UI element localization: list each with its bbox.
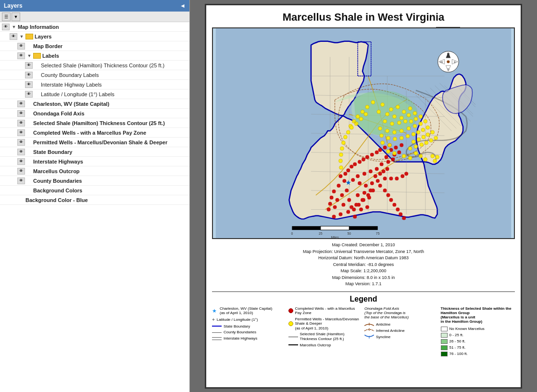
layer-label: Interstate Highway Labels xyxy=(41,82,102,88)
syncline-symbol xyxy=(364,335,374,340)
layer-selected-shale-hamilton[interactable]: 👁 Selected Shale (Hamilton) Thickness Co… xyxy=(0,61,189,70)
svg-point-109 xyxy=(390,122,394,126)
eye-icon[interactable]: 👁 xyxy=(17,101,25,107)
toolbar-btn-1[interactable]: ☰ xyxy=(2,13,11,21)
eye-icon[interactable]: 👁 xyxy=(10,33,17,40)
inferred-anticline-symbol xyxy=(364,328,374,333)
svg-point-162 xyxy=(359,117,363,121)
marcellus-outcrop-symbol xyxy=(288,344,298,345)
svg-point-131 xyxy=(426,126,430,129)
map-scale: Map Scale: 1:2,200,000 xyxy=(212,268,515,275)
svg-point-145 xyxy=(429,139,433,142)
layer-state-boundary[interactable]: 👁 State Boundary xyxy=(0,147,189,157)
layer-background-colors[interactable]: Background Colors xyxy=(0,186,189,195)
legend-title: Legend xyxy=(212,295,515,303)
legend-76-100-label: 76 - 100 ft. xyxy=(450,352,468,356)
svg-point-78 xyxy=(327,208,331,212)
expand-icon[interactable]: ▼ xyxy=(11,24,17,30)
expand-icon[interactable]: ▼ xyxy=(26,53,32,59)
legend-inferred-anticline-label: Inferred Anticline xyxy=(376,329,405,333)
layer-labels-group[interactable]: 👁 ▼ Labels xyxy=(0,51,189,61)
svg-rect-183 xyxy=(292,226,320,230)
legend-item-latlon: + Latitude / Longitude (1°) xyxy=(212,317,287,323)
thickness-0-25-box xyxy=(441,333,448,338)
svg-point-19 xyxy=(338,174,342,178)
layer-label: Labels xyxy=(42,53,59,59)
eye-icon[interactable]: 👁 xyxy=(25,81,33,88)
layer-map-information[interactable]: 👁 ▼ Map Information xyxy=(0,22,189,32)
layer-label: State Boundary xyxy=(33,149,72,155)
layer-onondaga[interactable]: 👁 Onondaga Fold Axis xyxy=(0,109,189,118)
layer-label: Background Color - Blue xyxy=(25,197,88,203)
layer-county-boundaries[interactable]: 👁 County Boundaries xyxy=(0,176,189,186)
svg-point-74 xyxy=(343,172,347,176)
eye-icon[interactable]: 👁 xyxy=(17,129,25,136)
eye-icon[interactable]: 👁 xyxy=(17,168,25,175)
eye-icon[interactable]: 👁 xyxy=(2,24,10,30)
svg-point-49 xyxy=(374,174,377,178)
legend-item-charleston: ★ Charleston, WV (State Capital)(as of A… xyxy=(212,306,287,316)
layer-permitted-wells[interactable]: 👁 Permitted Wells - Marcellus/Devonian S… xyxy=(0,138,189,147)
layer-label: Selected Shale (Hamilton) Thickness Cont… xyxy=(41,63,164,68)
layer-county-boundary-labels[interactable]: 👁 County Boundary Labels xyxy=(0,70,189,80)
svg-point-88 xyxy=(389,177,393,180)
eye-icon[interactable]: 👁 xyxy=(25,72,33,78)
legend-charleston-label: Charleston, WV (State Capital)(as of Apr… xyxy=(220,306,272,316)
map-panel: Marcellus Shale in West Virginia WVGES W… xyxy=(190,0,537,392)
eye-icon[interactable]: 👁 xyxy=(17,52,25,59)
layer-selected-shale-contour[interactable]: 👁 Selected Shale (Hamilton) Thickness Co… xyxy=(0,118,189,128)
svg-point-25 xyxy=(336,198,339,202)
layer-completed-wells[interactable]: 👁 Completed Wells - with a Marcellus Pay… xyxy=(0,128,189,138)
map-meridian: Central Meridian: -81.0 degrees xyxy=(212,262,515,268)
svg-point-82 xyxy=(389,198,393,202)
svg-point-73 xyxy=(346,168,350,172)
svg-point-57 xyxy=(385,155,388,159)
svg-point-26 xyxy=(341,203,345,207)
layer-label: Map Information xyxy=(18,24,59,30)
svg-point-76 xyxy=(330,196,334,200)
svg-point-55 xyxy=(387,160,390,164)
expand-icon[interactable]: ▼ xyxy=(19,34,25,39)
eye-icon[interactable]: 👁 xyxy=(25,62,33,69)
eye-icon[interactable]: 👁 xyxy=(17,120,25,126)
eye-icon[interactable]: 👁 xyxy=(17,43,25,50)
layer-layers-group[interactable]: 👁 ▼ Layers xyxy=(0,32,189,41)
layer-interstate-highways[interactable]: 👁 Interstate Highways xyxy=(0,157,189,166)
layer-background-color-blue[interactable]: Background Color - Blue xyxy=(0,195,189,205)
svg-point-157 xyxy=(361,110,364,114)
legend-permitted-wells-label: Permitted Wells - Marcellus/Devonian Sha… xyxy=(295,317,363,331)
svg-point-69 xyxy=(362,158,365,162)
map-projection: Map Projection: Universal Transverse Mer… xyxy=(212,249,515,255)
svg-point-158 xyxy=(356,114,360,118)
eye-icon[interactable]: 👁 xyxy=(17,139,25,146)
map-title: Marcellus Shale in West Virginia xyxy=(212,11,515,24)
eye-icon[interactable]: 👁 xyxy=(17,158,25,165)
layer-map-border[interactable]: 👁 Map Border xyxy=(0,41,189,51)
toolbar-btn-2[interactable]: ▼ xyxy=(12,13,20,21)
svg-point-133 xyxy=(388,143,392,147)
eye-icon[interactable]: 👁 xyxy=(25,91,33,98)
svg-point-103 xyxy=(392,114,396,118)
svg-point-164 xyxy=(350,126,353,129)
svg-point-102 xyxy=(386,112,389,116)
svg-point-41 xyxy=(364,184,368,188)
completed-wells-symbol xyxy=(288,308,293,313)
svg-point-143 xyxy=(420,143,424,147)
layer-charleston[interactable]: 👁 Charleston, WV (State Capital) xyxy=(0,99,189,109)
collapse-button[interactable]: ◄ xyxy=(180,2,186,9)
layer-lat-lon-labels[interactable]: 👁 Latitude / Longitude (1°) Labels xyxy=(0,89,189,99)
svg-point-115 xyxy=(378,126,382,130)
thickness-26-50-box xyxy=(441,339,448,344)
latlon-symbol: + xyxy=(212,317,215,323)
layer-label: Map Border xyxy=(33,43,62,49)
state-boundary-symbol xyxy=(212,326,222,327)
svg-point-132 xyxy=(381,141,385,145)
eye-icon[interactable]: 👁 xyxy=(17,149,25,155)
eye-icon[interactable]: 👁 xyxy=(17,110,25,117)
svg-point-68 xyxy=(365,155,369,159)
layer-marcellus-outcrop[interactable]: 👁 Marcellus Outcrop xyxy=(0,166,189,176)
svg-point-89 xyxy=(395,177,399,180)
layer-interstate-highway-labels[interactable]: 👁 Interstate Highway Labels xyxy=(0,80,189,89)
svg-point-59 xyxy=(397,151,401,154)
eye-icon[interactable]: 👁 xyxy=(17,177,25,184)
